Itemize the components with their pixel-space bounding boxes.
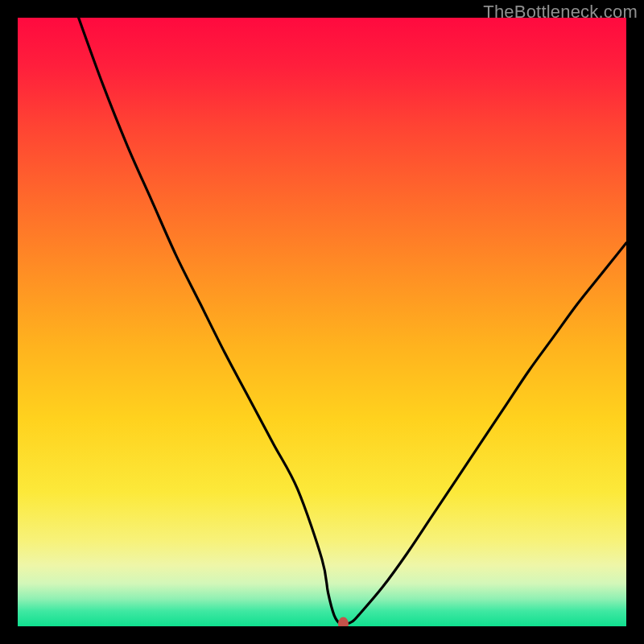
plot-area (18, 18, 626, 626)
chart-frame: TheBottleneck.com (0, 0, 644, 644)
bottleneck-chart (18, 18, 626, 626)
gradient-background (18, 18, 626, 626)
